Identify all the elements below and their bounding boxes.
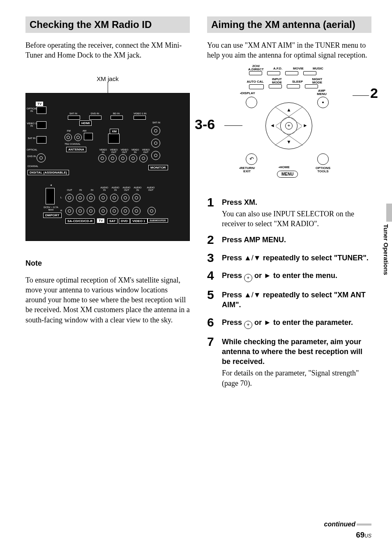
remote-menu-button: MENU	[277, 171, 298, 178]
xm-jack-label: XM jack	[25, 75, 190, 82]
panel-dmport-badge: DMPORT	[43, 213, 62, 218]
panel-jack-icon	[37, 107, 46, 114]
remote-label: A.F.D.	[270, 67, 285, 70]
panel-tv-badge: TV	[36, 102, 43, 106]
left-intro: Before operating the receiver, connect t…	[25, 40, 190, 60]
step-title: While checking the parameter, aim your a…	[222, 337, 371, 367]
right-intro: You can use "XM ANT AIM" in the TUNER me…	[207, 40, 371, 60]
xm-jack-pointer-line	[108, 82, 108, 93]
remote-display-button	[246, 97, 257, 108]
remote-label: MUSIC	[311, 67, 325, 70]
note-body: To ensure optimal reception of XM's sate…	[25, 275, 190, 325]
step-4: 4 Press + or ► to enter the menu.	[207, 269, 371, 283]
remote-return-label: •RETURN/ EXIT	[239, 167, 255, 173]
panel-coax75-label: 75Ω COAXIAL	[65, 143, 81, 145]
enter-icon: +	[244, 274, 252, 282]
remote-label: NIGHT MODE	[309, 78, 325, 84]
remote-button	[249, 71, 262, 75]
right-column: Aiming the XM antenna (aerial) You can u…	[207, 16, 371, 393]
panel-jack-icon	[151, 151, 160, 160]
step-number: 2	[207, 234, 222, 246]
rear-panel-diagram: TV OPTICAL IN VIDEO 1 IN SAT IN OPTICAL …	[25, 93, 190, 241]
panel-dmport-jack-icon	[46, 188, 55, 204]
arrow-right-icon: ►	[264, 271, 271, 280]
panel-subwoofer-badge: SUBWOOFER	[148, 218, 168, 222]
panel-dvdin-top-label: DVD IN	[91, 112, 99, 115]
remote-button	[287, 84, 300, 88]
panel-jack-icon	[84, 133, 93, 140]
remote-label: INPUT MODE	[269, 78, 285, 84]
panel-jack-icon	[74, 134, 82, 141]
step-number: 5	[207, 289, 222, 312]
panel-video1-top-label: VIDEO 1 IN	[134, 112, 146, 115]
panel-hdmi-jack-icon	[68, 116, 80, 120]
panel-out-label: OUT	[67, 189, 72, 191]
panel-in-label: IN	[91, 189, 93, 191]
remote-button	[249, 84, 264, 89]
up-down-arrows-icon: ▲/▼	[244, 254, 261, 262]
panel-in-label: IN	[79, 189, 82, 191]
panel-dvd-in-label: DVD IN	[27, 155, 37, 158]
panel-coaxial-label: COAXIAL	[27, 165, 39, 167]
panel-video1-bottom-badge: VIDEO 1	[130, 218, 148, 224]
panel-jack-icon	[37, 153, 46, 162]
panel-sa-badge: SA-CD/CD/CD-R	[65, 218, 95, 224]
step-5: 5 Press ▲/▼ repeatedly to select "XM ANT…	[207, 289, 371, 312]
remote-options-label: OPTIONS TOOLS	[314, 167, 332, 173]
panel-hdmi-jack-icon	[134, 116, 146, 120]
right-heading: Aiming the XM antenna (aerial)	[207, 16, 371, 33]
step-detail: For details on the parameter, "Signal st…	[222, 368, 371, 388]
step-number: 4	[207, 269, 222, 283]
side-tab-marker	[386, 204, 392, 222]
step-number: 6	[207, 316, 222, 330]
panel-video1-in-label: VIDEO 1 IN	[27, 122, 37, 127]
arrow-right-icon: ►	[303, 123, 308, 128]
remote-button	[267, 71, 280, 75]
remote-button	[305, 84, 318, 88]
panel-antenna-badge: ANTENNA	[66, 147, 86, 152]
panel-jack-icon	[129, 154, 137, 162]
callout-line	[353, 95, 369, 96]
remote-label: 2CH/ A.DIRECT	[247, 65, 265, 71]
step-number: 7	[207, 336, 222, 388]
remote-label: AUTO CAL	[245, 80, 265, 83]
step-title: Press XM.	[222, 197, 371, 207]
panel-video-out-label: VIDEO OUT	[142, 148, 150, 153]
side-tab-label: Tuner Operations	[383, 224, 390, 275]
panel-jack-icon	[108, 154, 117, 162]
panel-arrow-label: ◄	[50, 184, 52, 186]
step-number: 3	[207, 252, 222, 264]
enter-icon: +	[244, 321, 252, 329]
panel-audio-out-label: AUDIO OUT	[146, 186, 155, 191]
panel-jack-icon	[37, 121, 46, 129]
panel-digital-badge: DIGITAL (ASSIGNABLE)	[28, 170, 69, 175]
step-title: Press AMP MENU.	[222, 235, 371, 245]
panel-video-in-label: VIDEO IN	[131, 148, 139, 153]
step-2: 2 Press AMP MENU.	[207, 234, 371, 246]
panel-sat-bottom-badge: SAT	[107, 218, 118, 224]
remote-home-label: •HOME	[279, 166, 290, 169]
steps-list: 1 Press XM. You can also use INPUT SELEC…	[207, 196, 371, 388]
page-number: 69US	[324, 531, 371, 540]
left-column: Checking the XM Radio ID Before operatin…	[25, 16, 190, 393]
remote-display-label: •DISPLAY	[240, 92, 255, 95]
panel-video-out-label: VIDEO OUT	[120, 148, 129, 153]
remote-amp-menu-button	[317, 97, 329, 108]
arrow-up-icon: ▲	[286, 107, 291, 113]
panel-l-label: L	[60, 196, 62, 199]
page-footer: continued 69US	[324, 521, 371, 540]
panel-satin-right-label: SAT IN	[152, 121, 160, 124]
remote-amp-menu-label: AMP MENU	[315, 89, 329, 96]
panel-audio-in-label: AUDIO IN	[133, 186, 142, 191]
note-heading: Note	[25, 259, 190, 268]
step-6: 6 Press + or ► to enter the parameter.	[207, 316, 371, 330]
remote-return-button: ↶	[246, 153, 257, 165]
step-number: 1	[207, 196, 222, 229]
panel-jack-icon	[139, 154, 148, 162]
panel-xm-jack-icon	[108, 134, 120, 144]
remote-button	[285, 71, 298, 75]
arrow-right-icon: ►	[264, 318, 271, 327]
up-down-arrows-icon: ▲/▼	[244, 291, 261, 299]
panel-tv-bottom-badge: TV	[97, 218, 104, 223]
panel-satin-top-label: SAT IN	[69, 112, 77, 115]
